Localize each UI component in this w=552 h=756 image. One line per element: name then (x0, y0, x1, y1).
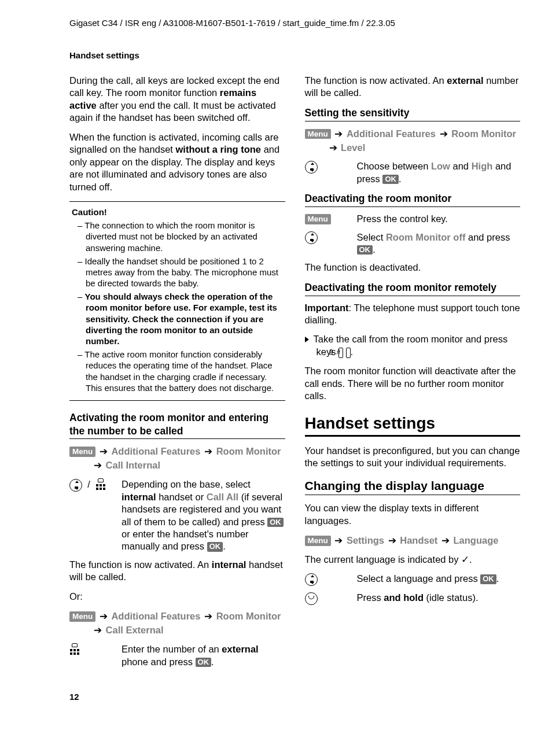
triangle-bullet-icon (305, 337, 309, 342)
heading-language: Changing the display language (305, 478, 521, 495)
arrow-icon: ➔ (93, 460, 103, 470)
page-number: 12 (32, 691, 520, 703)
arrow-icon: ➔ (333, 128, 344, 139)
ok-key-icon: OK (357, 245, 373, 255)
step-icon-cell: / (69, 478, 122, 553)
control-key-icon (305, 161, 318, 174)
control-key-icon (305, 231, 318, 244)
step-row: Enter the number of an external phone an… (69, 643, 285, 668)
step-text: Select Room Monitor off and press OK. (357, 231, 521, 256)
content-columns: During the call, all keys are locked exc… (32, 75, 520, 674)
arrow-icon: ➔ (98, 446, 109, 456)
menu-path: Menu ➔ Additional Features ➔ Room Monito… (305, 127, 521, 155)
keypad-icon (95, 480, 106, 491)
step-icon-cell (305, 231, 357, 256)
arrow-icon: ➔ (387, 535, 398, 545)
step-row: / Depending on the base, select internal… (69, 478, 285, 553)
key-hash-icon: # (346, 348, 351, 358)
step-text: Choose between Low and High and press OK… (357, 160, 521, 185)
arrow-icon: ➔ (203, 611, 214, 621)
step-text: Press and hold (idle status). (357, 592, 521, 605)
step-text: Enter the number of an external phone an… (122, 643, 285, 668)
para: The function is now activated. An intern… (69, 559, 285, 584)
menu-path: Menu ➔ Settings ➔ Handset ➔ Language (305, 534, 521, 548)
heading-sensitivity: Setting the sensitivity (305, 106, 521, 121)
arrow-icon: ➔ (440, 535, 451, 545)
para: The current language is indicated by ✓. (305, 554, 521, 566)
step-icon-cell (305, 160, 357, 185)
step-row: Select a language and press OK. (305, 573, 521, 586)
para: When the function is activated, incoming… (69, 131, 285, 193)
para: During the call, all keys are locked exc… (69, 75, 285, 124)
ok-key-icon: OK (480, 574, 496, 584)
control-key-hold-icon (305, 592, 318, 605)
step-icon-cell: Menu (305, 213, 357, 225)
control-key-icon (305, 573, 318, 586)
para: The room monitor function will deactivat… (305, 365, 521, 402)
caution-list: The connection to which the room monitor… (72, 220, 283, 393)
para: Your handset is preconfigured, but you c… (305, 445, 521, 470)
step-row: Choose between Low and High and press OK… (305, 160, 521, 185)
doc-header: Gigaset C34 / ISR eng / A31008-M1607-B50… (32, 17, 520, 29)
para: You can view the display texts in differ… (305, 502, 521, 527)
step-text: Select a language and press OK. (357, 573, 521, 586)
ok-key-icon: OK (267, 518, 284, 527)
caution-item: The connection to which the room monitor… (72, 220, 283, 253)
running-head: Handset settings (32, 50, 520, 61)
step-icon-cell (69, 643, 122, 668)
para-or: Or: (69, 591, 285, 603)
right-column: The function is now activated. An extern… (305, 75, 521, 674)
arrow-icon: ➔ (93, 625, 103, 635)
menu-path: Menu ➔ Additional Features ➔ Room Monito… (69, 610, 285, 637)
keypad-icon (69, 644, 80, 656)
caution-item: You should always check the operation of… (72, 291, 283, 346)
step-text: Depending on the base, select internal h… (122, 478, 285, 553)
step-icon-cell (305, 592, 357, 605)
heading-activate: Activating the room monitor and entering… (69, 411, 285, 440)
ok-key-icon: OK (207, 542, 223, 551)
caution-item: Ideally the handset should be positioned… (72, 256, 283, 289)
step-row: Select Room Monitor off and press OK. (305, 231, 521, 256)
step-icon-cell (305, 573, 357, 586)
menu-key-icon: Menu (305, 536, 331, 546)
heading-deactivate-remote: Deactivating the room monitor remotely (305, 281, 521, 296)
ok-key-icon: OK (196, 658, 212, 667)
step-bullet: Take the call from the room monitor and … (305, 333, 521, 358)
left-column: During the call, all keys are locked exc… (69, 75, 285, 674)
control-key-icon (69, 479, 82, 492)
para: Important: The telephone must support to… (305, 302, 521, 327)
step-row: Menu Press the control key. (305, 213, 521, 225)
arrow-icon: ➔ (333, 535, 344, 545)
step-row: Press and hold (idle status). (305, 592, 521, 605)
arrow-icon: ➔ (328, 142, 338, 153)
menu-key-icon: Menu (305, 129, 331, 139)
heading-deactivate: Deactivating the room monitor (305, 192, 521, 207)
para: The function is now activated. An extern… (305, 75, 521, 99)
arrow-icon: ➔ (439, 128, 449, 139)
menu-key-icon: Menu (69, 447, 95, 457)
arrow-icon: ➔ (203, 446, 214, 456)
checkmark-icon: ✓ (461, 554, 469, 565)
menu-key-icon: Menu (305, 214, 331, 224)
caution-item: The active room monitor function conside… (72, 349, 283, 393)
para: The function is deactivated. (305, 261, 521, 274)
caution-box: Caution! The connection to which the roo… (69, 201, 285, 401)
heading-handset-settings: Handset settings (305, 413, 521, 437)
caution-title: Caution! (72, 206, 283, 217)
ok-key-icon: OK (382, 175, 399, 184)
menu-key-icon: Menu (69, 611, 95, 622)
step-text: Press the control key. (357, 213, 521, 225)
arrow-icon: ➔ (98, 611, 109, 621)
menu-path: Menu ➔ Additional Features ➔ Room Monito… (69, 445, 285, 473)
